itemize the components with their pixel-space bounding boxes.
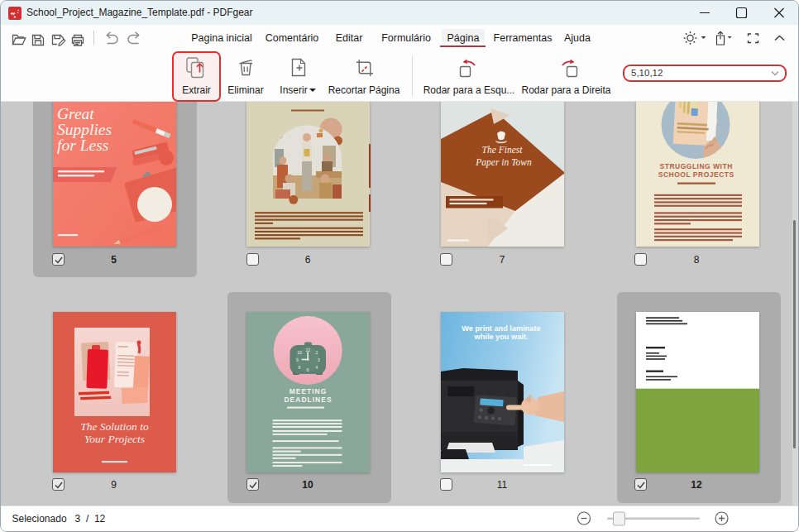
svg-text:9: 9	[296, 357, 299, 362]
svg-text:12: 12	[305, 347, 310, 352]
svg-text:We print and laminate: We print and laminate	[462, 324, 540, 333]
svg-text:10: 10	[297, 350, 302, 355]
svg-text:DEADLINES: DEADLINES	[284, 395, 332, 404]
svg-text:for Less: for Less	[57, 137, 108, 154]
svg-text:6: 6	[307, 367, 309, 372]
svg-text:Supplies: Supplies	[57, 121, 112, 138]
svg-text:The Finest: The Finest	[481, 145, 523, 155]
svg-text:3: 3	[318, 357, 320, 362]
svg-text:Paper in Town: Paper in Town	[475, 157, 532, 168]
svg-text:STRUGGLING WITH: STRUGGLING WITH	[660, 162, 733, 170]
svg-text:4: 4	[316, 365, 318, 370]
svg-text:The Solution to: The Solution to	[80, 420, 149, 433]
svg-text:while you wait.: while you wait.	[473, 333, 528, 341]
svg-text:8: 8	[299, 365, 301, 370]
svg-text:MEETING: MEETING	[289, 387, 328, 395]
svg-text:Great: Great	[57, 105, 94, 122]
svg-text:SCHOOL PROJECTS: SCHOOL PROJECTS	[658, 170, 734, 179]
svg-text:2: 2	[316, 350, 318, 355]
svg-text:Your Projects: Your Projects	[84, 433, 145, 445]
